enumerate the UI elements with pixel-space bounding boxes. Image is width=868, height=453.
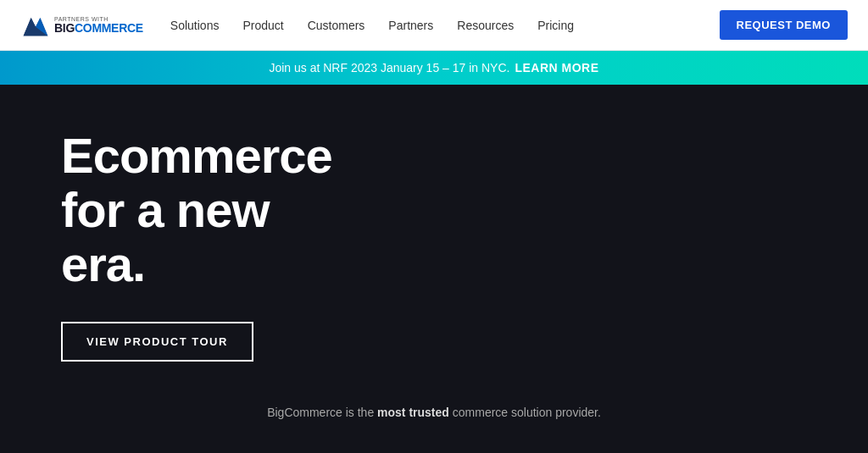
nav-item-pricing[interactable]: Pricing: [537, 18, 574, 33]
hero-headline: Ecommerce for a new era.: [61, 129, 332, 290]
hero-footer-prefix: BigCommerce is the: [267, 406, 377, 419]
hero-headline-line2: for a new: [61, 182, 270, 237]
nav-item-solutions[interactable]: Solutions: [170, 18, 220, 33]
nav-link-solutions[interactable]: Solutions: [170, 19, 220, 32]
navbar-left: PARTNERS WITH BIGCOMMERCE Solutions Prod…: [20, 10, 574, 41]
nav-link-product[interactable]: Product: [242, 19, 283, 32]
nav-item-product[interactable]: Product: [242, 18, 283, 33]
hero-content: Ecommerce for a new era. VIEW PRODUCT TO…: [27, 85, 841, 406]
view-product-tour-button[interactable]: VIEW PRODUCT TOUR: [61, 322, 253, 362]
request-demo-button[interactable]: REQUEST DEMO: [720, 10, 848, 40]
nav-link-pricing[interactable]: Pricing: [537, 19, 574, 32]
nav-item-resources[interactable]: Resources: [457, 18, 514, 33]
nav-link-partners[interactable]: Partners: [388, 19, 433, 32]
hero-headline-line3: era.: [61, 236, 145, 291]
hero-footer: BigCommerce is the most trusted commerce…: [0, 406, 868, 436]
logo-icon: [20, 10, 51, 41]
hero-footer-bold: most trusted: [377, 406, 449, 419]
nav-item-partners[interactable]: Partners: [388, 18, 433, 33]
logo-text: PARTNERS WITH BIGCOMMERCE: [54, 16, 143, 34]
logo-commerce: COMMERCE: [75, 21, 143, 35]
hero-footer-suffix: commerce solution provider.: [449, 406, 601, 419]
nav-links: Solutions Product Customers Partners Res…: [170, 18, 574, 33]
hero-section: Ecommerce for a new era. VIEW PRODUCT TO…: [0, 85, 868, 453]
navbar: PARTNERS WITH BIGCOMMERCE Solutions Prod…: [0, 0, 868, 51]
logo-big: BIG: [54, 21, 75, 35]
hero-footer-text: BigCommerce is the most trusted commerce…: [0, 406, 868, 419]
nav-link-customers[interactable]: Customers: [308, 19, 365, 32]
hero-headline-line1: Ecommerce: [61, 128, 332, 183]
nav-item-customers[interactable]: Customers: [308, 18, 365, 33]
announcement-text: Join us at NRF 2023 January 15 – 17 in N…: [269, 61, 509, 75]
nav-link-resources[interactable]: Resources: [457, 19, 514, 32]
logo-name: BIGCOMMERCE: [54, 22, 143, 34]
announcement-banner: Join us at NRF 2023 January 15 – 17 in N…: [0, 51, 868, 85]
announcement-learn-more-link[interactable]: LEARN MORE: [515, 61, 598, 75]
logo[interactable]: PARTNERS WITH BIGCOMMERCE: [20, 10, 143, 41]
